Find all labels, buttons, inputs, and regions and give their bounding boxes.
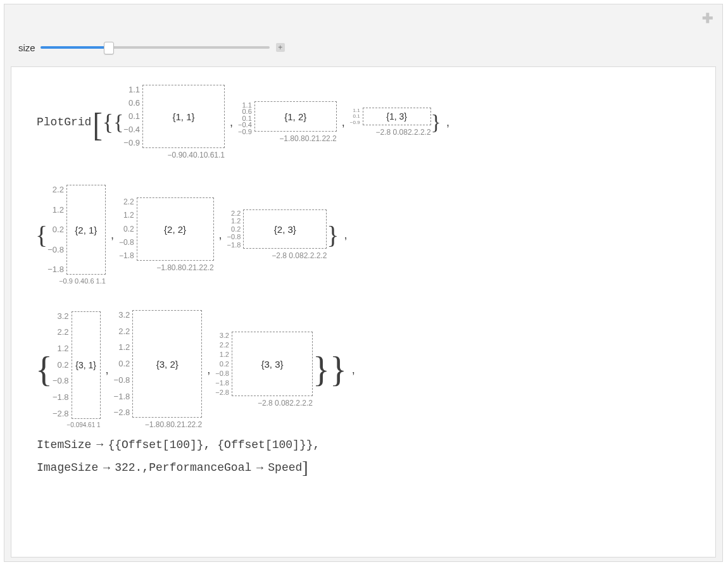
ytick: 0.2 (215, 361, 229, 367)
xticks: −0.9 0.40.6 1.1 (59, 277, 106, 285)
open-brace-row3-icon: { (35, 349, 53, 390)
plot-3-3: 3.2 2.2 1.2 0.2 −0.8 −1.8 −2.8 {3, 3} −2… (215, 332, 313, 408)
ytick: −0.8 (47, 246, 64, 254)
ytick: −1.8 (227, 242, 241, 248)
open-brace-row1-icon: { (113, 110, 123, 134)
opt-value-literal: [ (163, 439, 170, 451)
opt-offset-val: 100 (272, 439, 292, 451)
plot-label: {3, 2} (156, 359, 179, 370)
arrow-icon: → (254, 461, 265, 475)
size-slider[interactable] (41, 46, 270, 49)
plus-icon[interactable]: ✚ (702, 13, 712, 23)
ytick: 0.2 (114, 359, 130, 368)
plot-1-2: 1.1 0.6 0.1 −0.4 −0.9 {1, 2} −1.80.80.21… (238, 101, 337, 143)
xticks: −1.80.80.21.22.2 (145, 420, 202, 429)
opt-value-literal: ]}}, (292, 439, 320, 451)
ytick: −2.8 (53, 409, 69, 418)
ytick: −0.8 (227, 234, 241, 240)
ytick: 1.2 (215, 351, 229, 358)
comma: , (342, 116, 345, 129)
ytick: 1.1 (350, 108, 360, 113)
opt-offset-fn: Offset (224, 439, 265, 451)
ytick: 1.2 (227, 218, 241, 224)
opt-name: PerformanceGoal (149, 461, 251, 474)
ytick: 3.2 (215, 332, 229, 339)
plot-1-1: 1.1 0.6 0.1 −0.4 −0.9 {1, 1} −0.90.40.10… (123, 85, 225, 159)
slider-fill (41, 46, 110, 49)
ytick: 0.1 (123, 112, 140, 121)
ytick: 1.1 (123, 85, 140, 94)
opt-value-literal: [ (265, 439, 272, 451)
arrow-icon: → (101, 461, 112, 475)
ytick: −0.9 (123, 139, 140, 147)
ytick: 0.2 (53, 361, 69, 370)
comma: , (230, 116, 233, 129)
expr-row-1: PlotGrid [ { { 1.1 0.6 0.1 −0.4 −0.9 {1,… (37, 85, 700, 159)
plot-label: {2, 2} (164, 224, 186, 235)
opt-value: Speed (268, 461, 302, 474)
opt-offset-fn: Offset (122, 439, 163, 451)
ytick: 2.2 (119, 198, 134, 206)
xticks: −1.80.80.21.22.2 (279, 134, 336, 143)
close-bracket-icon: ] (302, 458, 308, 478)
ytick: −1.8 (119, 252, 134, 260)
xticks: −2.8 0.082.2.2.2 (272, 251, 327, 260)
ytick: 2.2 (53, 328, 69, 337)
ytick: −2.8 (215, 389, 229, 396)
ytick: 3.2 (53, 312, 69, 321)
slider-expand-icon[interactable]: + (276, 43, 285, 52)
plot-2-3: 2.2 1.2 0.2 −0.8 −1.8 {2, 3} −2.8 0.082.… (227, 209, 327, 260)
options-block: ItemSize → {{Offset[100]}, {Offset[100]}… (37, 438, 700, 478)
opt-value-literal: {{ (108, 439, 122, 451)
comma: , (111, 228, 114, 242)
ytick: −0.4 (123, 125, 140, 134)
ytick: −2.8 (114, 408, 130, 417)
plot-label: {1, 3} (386, 111, 407, 122)
plot-3-1: 3.2 2.2 1.2 0.2 −0.8 −1.8 −2.8 {3, 1} −0… (53, 311, 101, 428)
ytick: −1.8 (47, 265, 64, 274)
option-imagesize: ImageSize → 322., PerformanceGoal → Spee… (37, 458, 700, 478)
comma: , (106, 363, 109, 377)
ytick: 0.2 (227, 226, 241, 232)
ytick: 1.2 (53, 344, 69, 353)
opt-value-literal: , (142, 461, 149, 474)
slider-thumb[interactable] (104, 42, 114, 54)
fn-name: PlotGrid (37, 116, 91, 128)
xticks: −2.8 0.082.2.2.2 (376, 128, 431, 137)
ytick: 0.6 (123, 99, 140, 108)
ytick: −0.9 (350, 120, 360, 125)
comma: , (219, 228, 222, 242)
close-brace-row3-icon: } (313, 349, 330, 390)
ytick: 2.2 (215, 342, 229, 348)
option-itemsize: ItemSize → {{Offset[100]}, {Offset[100]}… (37, 438, 700, 451)
xticks: −0.094.61 1 (66, 421, 100, 428)
output-panel: PlotGrid [ { { 1.1 0.6 0.1 −0.4 −0.9 {1,… (11, 66, 716, 558)
slider-row: size + (4, 4, 722, 63)
comma: , (344, 228, 348, 242)
opt-value-literal: ]}, { (190, 439, 224, 451)
manipulate-panel: ✚ size + PlotGrid [ { { 1.1 0.6 0.1 (4, 4, 723, 562)
arrow-icon: → (94, 438, 105, 451)
expr-row-3: { 3.2 2.2 1.2 0.2 −0.8 −1.8 −2.8 {3, 1} (37, 310, 700, 429)
plot-label: {1, 2} (284, 111, 306, 122)
comma: , (352, 363, 355, 377)
open-bracket-icon: [ (92, 106, 102, 144)
ytick: 2.2 (114, 327, 130, 336)
xticks: −0.90.40.10.61.1 (168, 151, 225, 159)
ytick: 0.1 (350, 114, 360, 118)
ytick: 1.2 (47, 206, 64, 215)
opt-name: ImageSize (37, 461, 98, 474)
ytick: −0.8 (114, 376, 130, 385)
plot-3-2: 3.2 2.2 1.2 0.2 −0.8 −1.8 −2.8 {3, 2} −1… (114, 310, 203, 429)
ytick: −1.8 (215, 380, 229, 386)
ytick: 0.2 (47, 225, 64, 234)
close-brace-row1-icon: } (431, 110, 441, 134)
ytick: −1.8 (114, 392, 130, 401)
ytick: 0.2 (119, 225, 134, 234)
plot-label: {3, 1} (75, 360, 96, 370)
ytick: 1.2 (119, 211, 134, 220)
ytick: −0.8 (215, 370, 229, 377)
comma: , (446, 116, 449, 129)
ytick: −0.8 (119, 239, 134, 247)
close-brace-outer-icon: } (330, 349, 347, 390)
